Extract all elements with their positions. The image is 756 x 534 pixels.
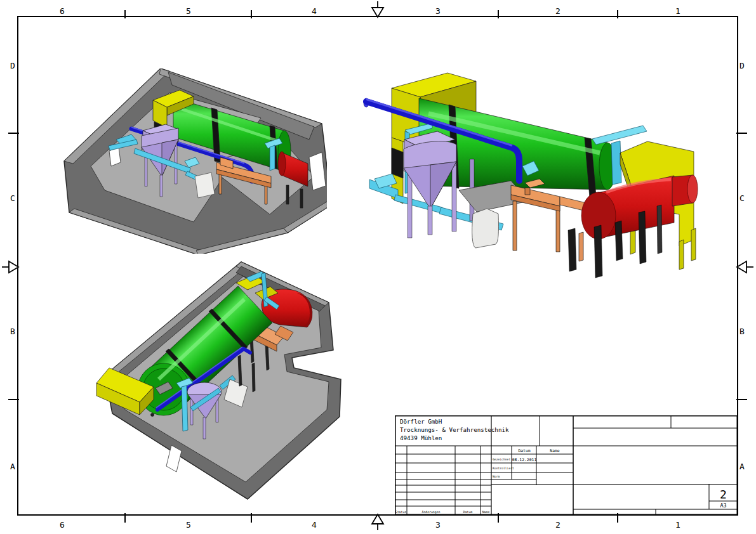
company-field: Trocknungs- & Verfahrenstechnik bbox=[400, 426, 509, 433]
zone-col-bottom-1: 1 bbox=[675, 520, 680, 530]
sheet-number: 2 bbox=[720, 488, 727, 501]
zone-row-right-a: A bbox=[739, 462, 745, 471]
zone-row-right-b: B bbox=[739, 327, 745, 336]
company-name: Dörfler GmbH bbox=[400, 418, 442, 425]
zone-col-bottom-2: 2 bbox=[555, 520, 560, 530]
paper-format: A3 bbox=[720, 502, 726, 509]
view-equipment-iso[interactable] bbox=[359, 72, 708, 290]
zone-row-left-b: B bbox=[10, 327, 15, 336]
view-plant-in-building-iso[interactable] bbox=[60, 68, 327, 254]
zone-col-top-6: 6 bbox=[60, 6, 65, 16]
zone-row-left-a: A bbox=[10, 462, 15, 471]
checked-label: Kontrolliert bbox=[493, 467, 514, 470]
zone-row-left-d: D bbox=[10, 61, 15, 70]
zone-col-bottom-5: 5 bbox=[186, 520, 191, 530]
drawn-date: 08.12.2011 bbox=[512, 457, 537, 462]
rev-name-label: Name bbox=[482, 511, 490, 514]
rev-status-label: Status bbox=[395, 511, 406, 514]
view-plant-in-building-top-iso[interactable] bbox=[95, 255, 343, 505]
zone-col-bottom-4: 4 bbox=[312, 520, 317, 530]
zone-col-top-2: 2 bbox=[555, 6, 560, 16]
zone-col-top-5: 5 bbox=[186, 6, 191, 16]
header-name: Name bbox=[550, 448, 560, 453]
wall-anchor-dot bbox=[151, 414, 154, 417]
zone-row-right-d: D bbox=[739, 61, 745, 70]
zone-col-top-4: 4 bbox=[312, 6, 317, 16]
zone-col-top-1: 1 bbox=[675, 6, 680, 16]
norm-label: Norm bbox=[493, 475, 500, 478]
drawing-sheet: 6 5 4 3 2 1 6 5 4 3 2 1 D C B A D C B A bbox=[0, 0, 756, 534]
drawn-label: Gezeichnet bbox=[493, 458, 510, 461]
control-cabinet bbox=[472, 209, 499, 248]
zone-row-right-c: C bbox=[739, 193, 745, 203]
company-city: 49439 Mühlen bbox=[400, 434, 442, 441]
control-cabinet bbox=[195, 173, 215, 198]
zone-col-top-3: 3 bbox=[435, 6, 441, 16]
header-datum: Datum bbox=[518, 448, 530, 453]
rev-datum-label: Datum bbox=[463, 511, 473, 514]
zone-col-bottom-6: 6 bbox=[60, 520, 65, 530]
zone-row-left-c: C bbox=[10, 193, 15, 203]
rev-changes-label: Änderungen bbox=[422, 510, 441, 514]
title-block: Dörfler GmbH Trocknungs- & Verfahrenstec… bbox=[395, 415, 738, 515]
zone-col-bottom-3: 3 bbox=[435, 520, 441, 530]
